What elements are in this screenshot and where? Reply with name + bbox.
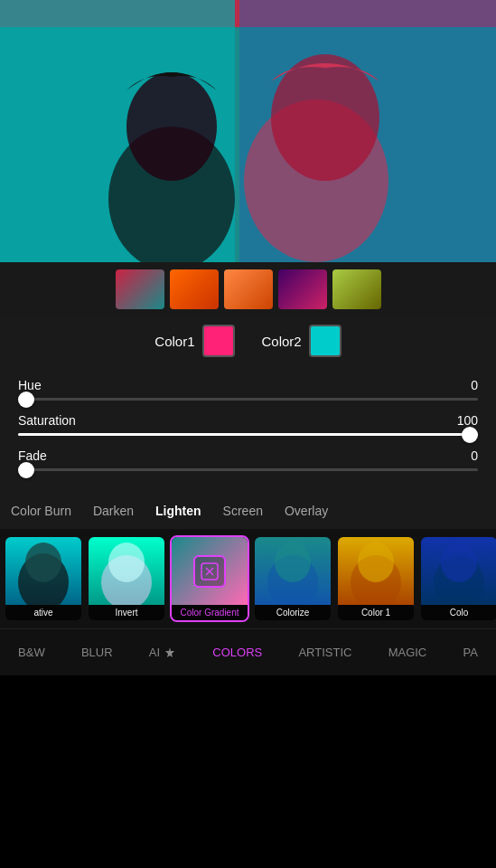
hue-value: 0 [471, 378, 478, 392]
svg-point-33 [441, 542, 477, 582]
blend-color-burn[interactable]: Color Burn [9, 500, 73, 522]
color1-swatch[interactable] [202, 325, 235, 357]
nav-blur-label: BLUR [81, 646, 113, 659]
filter-colorize-preview [255, 537, 331, 605]
nav-artistic-label: ARTISTIC [298, 646, 351, 659]
manga-image-area: WHAT'S UP? WHAT'S UP? WHAT'S UP? HN? [0, 0, 496, 262]
ai-sparkle-icon [164, 646, 176, 659]
swatch-1[interactable] [116, 269, 164, 309]
svg-point-6 [126, 72, 217, 181]
saturation-thumb[interactable] [462, 427, 478, 443]
fade-slider-row: Fade 0 [18, 448, 478, 471]
filter-color2-label: Colo [421, 605, 496, 620]
svg-point-29 [275, 542, 311, 582]
nav-ai-label: AI [149, 646, 160, 659]
filter-color-gradient[interactable]: Color Gradient [170, 535, 249, 622]
swatch-2[interactable] [170, 269, 219, 309]
filter-color1-label: Color 1 [338, 605, 414, 620]
nav-pa[interactable]: PA [454, 638, 486, 666]
hue-label: Hue [18, 378, 42, 392]
color-select-row: Color1 Color2 [0, 316, 496, 365]
nav-ai[interactable]: AI [140, 638, 185, 666]
saturation-label: Saturation [18, 413, 76, 428]
saturation-slider-row: Saturation 100 [18, 413, 478, 436]
filter-thumbs-row: ative Invert Color Gradient [0, 529, 496, 628]
nav-bw[interactable]: B&W [9, 638, 54, 666]
nav-blur[interactable]: BLUR [72, 638, 122, 666]
svg-point-31 [358, 542, 394, 582]
hue-track[interactable] [18, 398, 478, 401]
swatch-3[interactable] [224, 269, 273, 309]
color1-group: Color1 [154, 325, 234, 357]
blend-overlay[interactable]: Overlay [283, 500, 330, 522]
fade-track[interactable] [18, 468, 478, 471]
nav-colors-label: COLORS [212, 646, 262, 659]
color-gradient-icon [200, 561, 220, 581]
filter-color2-preview [421, 537, 496, 605]
blend-modes-row: Color Burn Darken Lighten Screen Overlay [0, 493, 496, 529]
filter-invert-preview [89, 537, 164, 605]
filter-invert[interactable]: Invert [87, 535, 166, 622]
color1-label: Color1 [154, 334, 194, 349]
blend-lighten[interactable]: Lighten [154, 500, 203, 522]
filter-colorize[interactable]: Colorize [253, 535, 332, 622]
blend-screen[interactable]: Screen [221, 500, 265, 522]
color2-group: Color2 [262, 325, 342, 357]
nav-magic-label: MAGIC [388, 646, 427, 659]
saturation-fill [18, 433, 478, 436]
nav-pa-label: PA [463, 646, 477, 659]
filter-color1[interactable]: Color 1 [336, 535, 416, 622]
swatches-area [0, 262, 496, 316]
nav-colors[interactable]: COLORS [203, 638, 271, 666]
filter-cg-icon [193, 555, 226, 588]
manga-scene: WHAT'S UP? WHAT'S UP? WHAT'S UP? HN? [0, 0, 496, 262]
filter-colorize-label: Colorize [255, 605, 331, 620]
nav-bw-label: B&W [18, 646, 45, 659]
filter-cg-bg [172, 537, 248, 605]
filter-color2[interactable]: Colo [419, 535, 496, 622]
color2-label: Color2 [262, 334, 302, 349]
filter-ative-preview [5, 537, 81, 605]
fade-value: 0 [471, 448, 478, 463]
swatch-5[interactable] [332, 269, 381, 309]
hue-thumb[interactable] [18, 392, 34, 408]
fade-thumb[interactable] [18, 462, 34, 478]
filter-ative[interactable]: ative [4, 535, 83, 622]
sliders-area: Hue 0 Saturation 100 Fade 0 [0, 365, 496, 493]
filter-ative-label: ative [5, 605, 81, 620]
nav-artistic[interactable]: ARTISTIC [289, 638, 360, 666]
bottom-nav: B&W BLUR AI COLORS ARTISTIC MAGIC PA [0, 628, 496, 675]
svg-point-7 [271, 54, 379, 181]
swatch-4[interactable] [278, 269, 327, 309]
filter-color1-preview [338, 537, 414, 605]
saturation-value: 100 [457, 413, 478, 428]
saturation-track[interactable] [18, 433, 478, 436]
svg-point-22 [25, 542, 61, 582]
filter-invert-label: Invert [89, 605, 164, 620]
color2-swatch[interactable] [309, 325, 342, 357]
blend-darken[interactable]: Darken [91, 500, 136, 522]
fade-label: Fade [18, 448, 47, 463]
hue-slider-row: Hue 0 [18, 378, 478, 401]
nav-magic[interactable]: MAGIC [379, 638, 436, 666]
filter-color-gradient-label: Color Gradient [172, 605, 248, 620]
svg-point-24 [108, 542, 145, 582]
